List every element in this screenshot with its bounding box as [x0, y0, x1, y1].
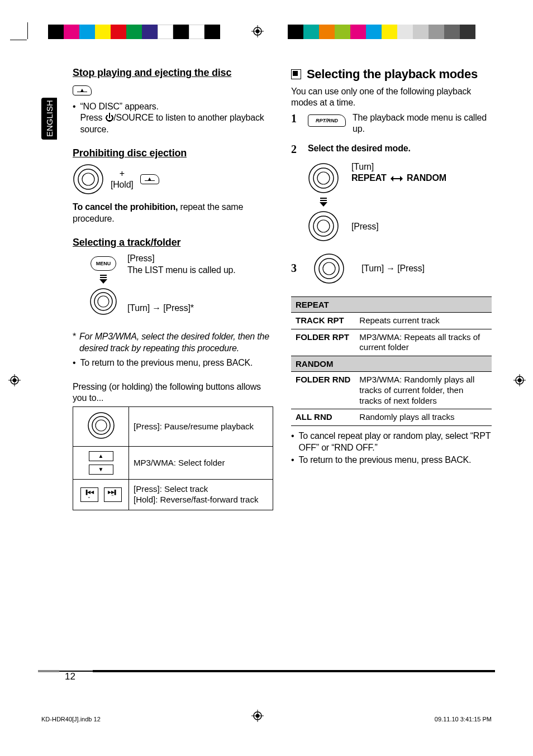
left-column: Stop playing and ejecting the disc • “NO…	[41, 67, 273, 692]
svg-point-26	[92, 417, 110, 434]
step-2: 2 Select the desired mode.	[291, 143, 492, 156]
page-number: 12	[65, 671, 75, 682]
svg-rect-32	[320, 200, 327, 201]
repeat-header: REPEAT	[291, 296, 492, 312]
knob-icon	[308, 162, 339, 194]
down-arrow-icon	[318, 197, 329, 207]
color-bar-right	[288, 25, 475, 39]
next-track-icon: ▶▶▌⌃	[104, 487, 122, 502]
return-prev-bullet-right: •To return to the previous menu, press B…	[291, 454, 492, 466]
all-rnd-desc: Randomly plays all tracks	[355, 409, 492, 426]
eject-icon	[73, 85, 92, 95]
no-disc-text: “NO DISC” appears.	[80, 102, 158, 111]
mp3-note-text: For MP3/WMA, select the desired folder, …	[79, 331, 273, 354]
modes-intro-text: You can use only one of the following pl…	[291, 86, 492, 109]
knob-icon	[87, 412, 115, 439]
random-header: RANDOM	[291, 356, 492, 372]
buttons-table: [Press]: Pause/resume playback ▲ ▼ MP3/W…	[73, 406, 273, 510]
crop-mark	[10, 40, 27, 40]
double-arrow-icon	[389, 176, 404, 181]
down-button-icon: ▼	[89, 465, 113, 475]
content-area: Stop playing and ejecting the disc • “NO…	[41, 67, 492, 692]
step-3: 3 [Turn] → [Press]	[291, 253, 492, 284]
track-rpt-desc: Repeats current track	[355, 312, 492, 329]
list-menu-text: The LIST menu is called up.	[127, 265, 236, 276]
svg-marker-33	[320, 202, 327, 207]
heading-playback-modes: Selecting the playback modes	[291, 67, 492, 82]
step2-diagram: [Turn] REPEAT RANDOM [Press]	[308, 159, 492, 245]
registration-mark-icon	[251, 25, 264, 37]
page: ENGLISH Stop playing and ejecting the di…	[0, 0, 533, 756]
down-arrow-icon	[98, 274, 108, 284]
press-label: [Press]	[351, 221, 446, 232]
table-row: ALL RNDRandomly plays all tracks	[291, 409, 492, 426]
svg-point-17	[78, 169, 98, 189]
menu-button-icon: MENU	[91, 256, 116, 271]
knob-icon	[313, 253, 345, 284]
table-row: TRACK RPTRepeats current track	[291, 312, 492, 329]
turn-label: [Turn]	[351, 161, 446, 173]
svg-point-29	[313, 168, 334, 188]
folder-rnd-label: FOLDER RND	[291, 372, 355, 409]
svg-point-27	[96, 420, 107, 431]
table-row: [Press]: Pause/resume playback	[73, 406, 273, 447]
knob-cell	[73, 406, 129, 447]
pause-desc: [Press]: Pause/resume playback	[129, 406, 273, 447]
step-number: 3	[291, 262, 301, 275]
heading-stop-eject: Stop playing and ejecting the disc	[73, 67, 273, 79]
cancel-prohibition-text: To cancel the prohibition, repeat the sa…	[73, 202, 273, 224]
right-column: Selecting the playback modes You can use…	[291, 67, 492, 692]
rpt-rnd-button-icon: RPT/RND	[308, 114, 346, 127]
asterisk: *	[73, 331, 76, 354]
svg-point-23	[94, 293, 112, 310]
svg-point-18	[82, 173, 94, 185]
step-number: 2	[291, 143, 301, 156]
all-rnd-label: ALL RND	[291, 409, 355, 426]
svg-point-30	[317, 172, 330, 184]
registration-mark-icon	[8, 374, 21, 386]
turn-press-label: [Turn] → [Press]	[361, 263, 425, 274]
track-rpt-label: TRACK RPT	[291, 312, 355, 329]
table-row: ▐◀◀⌄ ▶▶▌⌃ [Press]: Select track [Hold]: …	[73, 480, 273, 510]
footer-meta: KD-HDR40[J].indb 12 09.11.10 3:41:15 PM	[41, 716, 492, 722]
cancel-note-bullet: •To cancel repeat play or random play, s…	[291, 430, 492, 453]
table-row: FOLDER RNDMP3/WMA: Randomly plays all tr…	[291, 372, 492, 409]
svg-rect-31	[320, 198, 327, 199]
step-1: 1 RPT/RND The playback mode menu is call…	[291, 112, 492, 135]
heading-prohibit: Prohibiting disc ejection	[73, 147, 273, 159]
up-button-icon: ▲	[89, 451, 113, 461]
table-row: ▲ ▼ MP3/WMA: Select folder	[73, 447, 273, 480]
repeat-random-label: REPEAT RANDOM	[351, 173, 446, 184]
modes-table: REPEAT TRACK RPTRepeats current track FO…	[291, 296, 492, 426]
knob-icon	[89, 288, 117, 315]
heading-select-track: Selecting a track/folder	[73, 237, 273, 248]
svg-rect-20	[100, 277, 107, 278]
svg-point-38	[319, 259, 339, 279]
svg-marker-21	[99, 279, 107, 284]
prev-track-icon: ▐◀◀⌄	[80, 487, 98, 502]
footer-bar	[38, 670, 495, 672]
updown-cell: ▲ ▼	[73, 447, 129, 480]
footer-file: KD-HDR40[J].indb 12	[41, 716, 101, 722]
step2-text: Select the desired mode.	[308, 143, 411, 154]
mp3-note: * For MP3/WMA, select the desired folder…	[73, 331, 273, 354]
track-desc: [Press]: Select track [Hold]: Reverse/fa…	[129, 480, 273, 510]
prohibit-diagram: + [Hold]	[73, 164, 273, 195]
return-prev-bullet: •To return to the previous menu, press B…	[73, 357, 273, 369]
eject-icon	[140, 174, 159, 184]
table-row: FOLDER RPTMP3/WMA: Repeats all tracks of…	[291, 329, 492, 356]
step1-text: The playback mode menu is called up.	[353, 112, 492, 135]
svg-point-39	[323, 262, 335, 275]
buttons-intro-text: Pressing (or holding) the following butt…	[73, 381, 273, 404]
bullet-dot: •	[73, 101, 75, 135]
color-bar-left	[48, 25, 220, 39]
folder-rnd-desc: MP3/WMA: Randomly plays all tracks of cu…	[355, 372, 492, 409]
press-label: [Press]	[127, 253, 236, 264]
section-marker-icon	[291, 69, 301, 79]
skip-cell: ▐◀◀⌄ ▶▶▌⌃	[73, 480, 129, 510]
step-number: 1	[291, 112, 301, 125]
svg-point-24	[98, 296, 109, 307]
knob-icon	[73, 164, 104, 195]
turn-press-label: [Turn] → [Press]*	[127, 303, 236, 314]
footer-time: 09.11.10 3:41:15 PM	[435, 716, 492, 722]
